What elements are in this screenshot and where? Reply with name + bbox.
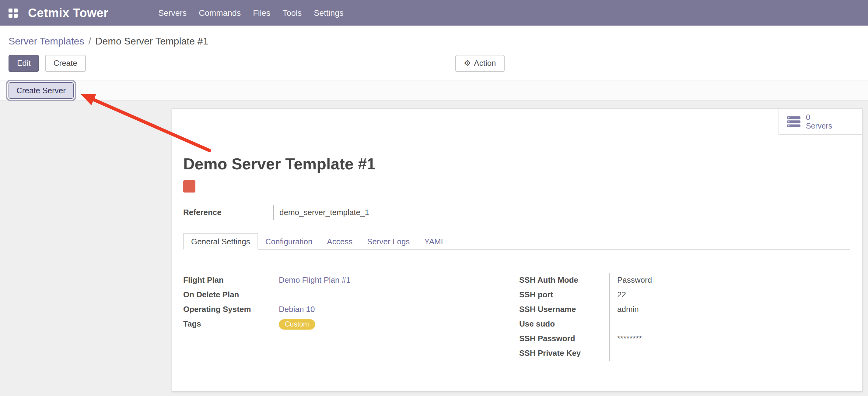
ssh-password-value: ******** bbox=[609, 332, 850, 346]
servers-stat-text: 0 Servers bbox=[806, 113, 832, 130]
app-window: Cetmix Tower Servers Commands Files Tool… bbox=[0, 0, 868, 396]
reference-row: Reference demo_server_template_1 bbox=[183, 205, 850, 220]
ssh-username-label: SSH Username bbox=[519, 302, 609, 317]
ssh-private-key-value bbox=[609, 346, 850, 361]
create-button[interactable]: Create bbox=[45, 55, 86, 72]
ssh-port-value: 22 bbox=[609, 288, 850, 302]
tab-access[interactable]: Access bbox=[319, 234, 360, 249]
edit-button[interactable]: Edit bbox=[8, 55, 39, 72]
form-sheet: 0 Servers Demo Server Template #1 Refere… bbox=[172, 108, 863, 392]
reference-label: Reference bbox=[183, 205, 273, 220]
ssh-port-label: SSH port bbox=[519, 288, 609, 302]
apps-grid-icon[interactable] bbox=[8, 8, 18, 17]
field-row-ssh-password: SSH Password ******** bbox=[519, 332, 850, 346]
operating-system-link[interactable]: Debian 10 bbox=[279, 305, 315, 314]
action-button[interactable]: Action bbox=[455, 55, 505, 72]
control-panel-buttons: Edit Create Action bbox=[8, 55, 860, 72]
field-row-on-delete-plan: On Delete Plan bbox=[183, 288, 519, 302]
sheet-body: Demo Server Template #1 Reference demo_s… bbox=[172, 155, 862, 361]
on-delete-plan-label: On Delete Plan bbox=[183, 288, 279, 302]
servers-stat-label: Servers bbox=[806, 121, 832, 130]
ssh-auth-mode-label: SSH Auth Mode bbox=[519, 273, 609, 288]
color-swatch bbox=[183, 180, 195, 193]
tab-general-settings[interactable]: General Settings bbox=[183, 233, 258, 250]
tab-yaml[interactable]: YAML bbox=[417, 234, 453, 249]
reference-value: demo_server_template_1 bbox=[273, 205, 369, 220]
flight-plan-label: Flight Plan bbox=[183, 273, 279, 288]
tab-configuration[interactable]: Configuration bbox=[258, 234, 320, 249]
use-sudo-value bbox=[609, 317, 850, 332]
create-server-button[interactable]: Create Server bbox=[8, 82, 74, 98]
action-button-label: Action bbox=[474, 58, 496, 67]
flight-plan-link[interactable]: Demo Flight Plan #1 bbox=[279, 275, 351, 284]
menu-tools[interactable]: Tools bbox=[276, 5, 308, 21]
field-row-ssh-username: SSH Username admin bbox=[519, 302, 850, 317]
tab-server-logs[interactable]: Server Logs bbox=[360, 234, 417, 249]
field-row-ssh-auth-mode: SSH Auth Mode Password bbox=[519, 273, 850, 288]
breadcrumb-separator: / bbox=[88, 36, 91, 46]
main-menu: Servers Commands Files Tools Settings bbox=[152, 5, 350, 21]
field-row-ssh-port: SSH port 22 bbox=[519, 288, 850, 302]
field-row-use-sudo: Use sudo bbox=[519, 317, 850, 332]
ssh-username-value: admin bbox=[609, 302, 850, 317]
breadcrumb: Server Templates/Demo Server Template #1 bbox=[8, 34, 860, 49]
tag-custom: Custom bbox=[279, 319, 315, 330]
ssh-password-label: SSH Password bbox=[519, 332, 609, 346]
operating-system-label: Operating System bbox=[183, 302, 279, 317]
gear-icon bbox=[464, 58, 471, 67]
field-row-tags: Tags Custom bbox=[183, 317, 519, 332]
field-row-flight-plan: Flight Plan Demo Flight Plan #1 bbox=[183, 273, 519, 288]
menu-files[interactable]: Files bbox=[247, 5, 276, 21]
ssh-private-key-label: SSH Private Key bbox=[519, 346, 609, 361]
field-groups: Flight Plan Demo Flight Plan #1 On Delet… bbox=[183, 273, 850, 361]
field-row-ssh-private-key: SSH Private Key bbox=[519, 346, 850, 361]
breadcrumb-current: Demo Server Template #1 bbox=[95, 36, 208, 46]
notebook-tabs: General Settings Configuration Access Se… bbox=[183, 233, 850, 250]
tags-label: Tags bbox=[183, 317, 279, 332]
ssh-auth-mode-value: Password bbox=[609, 273, 850, 288]
control-panel: Server Templates/Demo Server Template #1… bbox=[0, 26, 868, 80]
field-row-operating-system: Operating System Debian 10 bbox=[183, 302, 519, 317]
breadcrumb-link-server-templates[interactable]: Server Templates bbox=[8, 36, 84, 46]
menu-settings[interactable]: Settings bbox=[308, 5, 350, 21]
page-title: Demo Server Template #1 bbox=[183, 155, 850, 173]
menu-servers[interactable]: Servers bbox=[152, 5, 193, 21]
form-view: 0 Servers Demo Server Template #1 Refere… bbox=[0, 101, 868, 396]
form-statusbar: Create Server bbox=[0, 80, 868, 101]
servers-stat-button[interactable]: 0 Servers bbox=[778, 109, 862, 135]
servers-stat-count: 0 bbox=[806, 113, 832, 121]
top-navbar: Cetmix Tower Servers Commands Files Tool… bbox=[0, 0, 868, 26]
app-brand[interactable]: Cetmix Tower bbox=[28, 6, 108, 20]
menu-commands[interactable]: Commands bbox=[193, 5, 247, 21]
use-sudo-label: Use sudo bbox=[519, 317, 609, 332]
server-stack-icon bbox=[787, 116, 800, 127]
field-group-left: Flight Plan Demo Flight Plan #1 On Delet… bbox=[183, 273, 519, 361]
field-group-right: SSH Auth Mode Password SSH port 22 SSH U… bbox=[519, 273, 850, 361]
